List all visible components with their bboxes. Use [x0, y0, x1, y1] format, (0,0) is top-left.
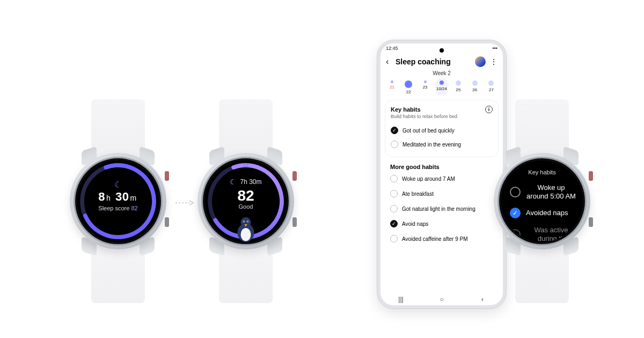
watch-asis-screen[interactable]: 12 ☾ 8h 30m Sleep score 82	[77, 160, 159, 242]
phone: 12:45 ••• ‹ Sleep coaching ⋮ Week 2 2122…	[377, 40, 506, 308]
nav-back-icon[interactable]: ‹	[474, 296, 491, 303]
habit-label: Avoid naps	[402, 221, 428, 227]
day-cell[interactable]: 23	[419, 78, 431, 95]
tick-12: 12	[243, 163, 248, 168]
page-title: Sleep coaching	[396, 57, 475, 66]
habit-label: Ate breakfast	[402, 191, 434, 197]
watch-habits-screen[interactable]: Key habits Woke up around 5:00 AM✓Avoide…	[501, 160, 583, 242]
checkbox-icon[interactable]	[510, 187, 521, 197]
key-habits-card: Key habits i Build habits to relax befor…	[385, 100, 499, 157]
habit-label: Got natural light in the morning	[402, 206, 475, 212]
more-icon[interactable]: ⋮	[490, 57, 497, 66]
habit-row[interactable]: ✓Got out of bed quickly	[391, 123, 493, 137]
arrow-icon	[175, 199, 194, 207]
checkbox-icon[interactable]	[390, 175, 398, 182]
key-habits-hint: Build habits to relax before bed	[391, 114, 493, 119]
habit-row[interactable]: Got natural light in the morning	[390, 201, 493, 216]
checkbox-icon[interactable]	[390, 235, 398, 243]
back-button[interactable]: ‹	[386, 57, 396, 67]
sleep-animal-avatar[interactable]	[475, 56, 486, 67]
checkbox-icon[interactable]: ✓	[390, 220, 398, 227]
tick-12: 12	[115, 163, 121, 168]
habit-row[interactable]: ✓Avoid naps	[390, 216, 493, 231]
habit-label: Woke up around 7 AM	[402, 176, 455, 182]
watch-asis: 12 ☾ 8h 30m Sleep score 82	[70, 153, 166, 249]
day-cell[interactable]: 21	[385, 78, 398, 95]
day-cell[interactable]: 27	[485, 78, 497, 95]
penguin-icon	[231, 214, 260, 242]
camera-cutout	[440, 48, 444, 53]
svg-point-2	[77, 160, 159, 242]
android-navbar[interactable]: ||| ○ ‹	[380, 296, 503, 303]
watch-tobe-screen[interactable]: 12 ☾ 7h 30m 82 Good	[205, 160, 287, 242]
svg-point-10	[244, 221, 245, 222]
watch-habit-label: Woke up around 5:00 AM	[526, 183, 576, 200]
info-icon[interactable]: i	[485, 106, 493, 113]
habit-label: Got out of bed quickly	[402, 128, 455, 134]
habit-row[interactable]: Avoided caffeine after 9 PM	[390, 231, 493, 246]
checkbox-icon[interactable]	[390, 190, 398, 197]
checkbox-icon[interactable]: ✓	[391, 127, 398, 134]
checkbox-icon[interactable]: ✓	[510, 208, 521, 218]
day-cell[interactable]: 25	[452, 78, 465, 95]
watch-habit-label: Avoided naps	[526, 209, 568, 217]
day-cell[interactable]: 26	[469, 78, 481, 95]
key-habits-title: Key habits	[391, 106, 421, 113]
nav-home-icon[interactable]: ○	[434, 296, 450, 303]
habit-label: Avoided caffeine after 9 PM	[402, 236, 468, 242]
day-cell[interactable]: 10/24	[435, 78, 448, 95]
svg-point-6	[240, 228, 251, 241]
watch-tobe: 12 ☾ 7h 30m 82 Good	[197, 153, 294, 249]
watch-habit-row[interactable]: Woke up around 5:00 AM	[509, 180, 577, 204]
more-habits-title: More good habits	[380, 161, 503, 170]
svg-point-11	[247, 221, 248, 222]
habit-row[interactable]: Woke up around 7 AM	[390, 171, 493, 186]
status-icons: •••	[493, 46, 497, 51]
checkbox-icon[interactable]	[391, 141, 398, 148]
watch-habits: Key habits Woke up around 5:00 AM✓Avoide…	[494, 153, 590, 249]
day-cell[interactable]: 22	[402, 78, 415, 95]
habit-row[interactable]: Meditated in the evening	[391, 137, 493, 151]
nav-recents-icon[interactable]: |||	[393, 296, 409, 303]
habit-label: Meditated in the evening	[402, 142, 461, 148]
day-strip[interactable]: 21222310/24252627	[380, 76, 503, 95]
watch-habit-row[interactable]: ✓Avoided naps	[509, 204, 577, 222]
habit-row[interactable]: Ate breakfast	[390, 186, 493, 201]
status-time: 12:45	[386, 46, 398, 51]
week-label: Week 2	[380, 70, 503, 76]
checkbox-icon[interactable]	[390, 205, 398, 212]
